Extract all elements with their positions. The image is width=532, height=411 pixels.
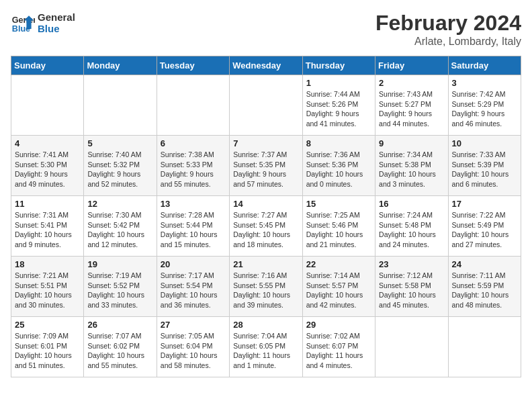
weekday-header-wednesday: Wednesday <box>230 56 302 75</box>
day-info: Sunrise: 7:24 AM Sunset: 5:48 PM Dayligh… <box>379 210 444 250</box>
calendar-cell: 16Sunrise: 7:24 AM Sunset: 5:48 PM Dayli… <box>375 196 448 257</box>
calendar-cell: 17Sunrise: 7:22 AM Sunset: 5:49 PM Dayli… <box>448 196 521 257</box>
header: General Blue General Blue February 2024 … <box>11 11 521 48</box>
day-number: 7 <box>233 138 298 148</box>
day-info: Sunrise: 7:40 AM Sunset: 5:32 PM Dayligh… <box>87 150 152 189</box>
day-info: Sunrise: 7:19 AM Sunset: 5:52 PM Dayligh… <box>87 271 152 310</box>
calendar-cell: 5Sunrise: 7:40 AM Sunset: 5:32 PM Daylig… <box>84 136 157 196</box>
day-info: Sunrise: 7:14 AM Sunset: 5:57 PM Dayligh… <box>306 271 371 310</box>
calendar-cell: 27Sunrise: 7:05 AM Sunset: 6:04 PM Dayli… <box>157 317 229 377</box>
calendar-week-row: 25Sunrise: 7:09 AM Sunset: 6:01 PM Dayli… <box>11 317 521 377</box>
day-number: 2 <box>379 78 444 88</box>
calendar-cell: 26Sunrise: 7:07 AM Sunset: 6:02 PM Dayli… <box>84 317 157 377</box>
calendar-cell: 13Sunrise: 7:28 AM Sunset: 5:44 PM Dayli… <box>157 196 229 257</box>
calendar-cell: 25Sunrise: 7:09 AM Sunset: 6:01 PM Dayli… <box>11 317 84 377</box>
calendar-week-row: 11Sunrise: 7:31 AM Sunset: 5:41 PM Dayli… <box>11 196 521 257</box>
day-info: Sunrise: 7:16 AM Sunset: 5:55 PM Dayligh… <box>233 271 298 310</box>
day-info: Sunrise: 7:21 AM Sunset: 5:51 PM Dayligh… <box>15 271 80 310</box>
day-info: Sunrise: 7:09 AM Sunset: 6:01 PM Dayligh… <box>15 331 80 371</box>
day-number: 17 <box>452 199 517 209</box>
calendar-cell: 6Sunrise: 7:38 AM Sunset: 5:33 PM Daylig… <box>157 136 229 196</box>
weekday-header-tuesday: Tuesday <box>157 56 229 75</box>
weekday-header-friday: Friday <box>375 56 448 75</box>
weekday-header-sunday: Sunday <box>11 56 84 75</box>
day-number: 21 <box>233 259 298 269</box>
calendar-cell: 10Sunrise: 7:33 AM Sunset: 5:39 PM Dayli… <box>448 136 521 196</box>
calendar-table: SundayMondayTuesdayWednesdayThursdayFrid… <box>11 56 521 377</box>
calendar-cell: 24Sunrise: 7:11 AM Sunset: 5:59 PM Dayli… <box>448 257 521 317</box>
calendar-cell: 3Sunrise: 7:42 AM Sunset: 5:29 PM Daylig… <box>448 75 521 136</box>
day-info: Sunrise: 7:11 AM Sunset: 5:59 PM Dayligh… <box>452 271 517 310</box>
day-number: 8 <box>306 138 371 148</box>
day-info: Sunrise: 7:02 AM Sunset: 6:07 PM Dayligh… <box>306 331 371 371</box>
day-info: Sunrise: 7:22 AM Sunset: 5:49 PM Dayligh… <box>452 210 517 250</box>
day-number: 24 <box>452 259 517 269</box>
day-info: Sunrise: 7:38 AM Sunset: 5:33 PM Dayligh… <box>161 150 226 189</box>
day-number: 6 <box>161 138 226 148</box>
weekday-header-monday: Monday <box>84 56 157 75</box>
day-number: 28 <box>233 320 298 330</box>
calendar-cell: 20Sunrise: 7:17 AM Sunset: 5:54 PM Dayli… <box>157 257 229 317</box>
day-info: Sunrise: 7:37 AM Sunset: 5:35 PM Dayligh… <box>233 150 298 189</box>
day-number: 10 <box>452 138 517 148</box>
day-number: 15 <box>306 199 371 209</box>
logo-general: General <box>38 11 75 23</box>
calendar-cell: 29Sunrise: 7:02 AM Sunset: 6:07 PM Dayli… <box>302 317 375 377</box>
calendar-cell: 8Sunrise: 7:36 AM Sunset: 5:36 PM Daylig… <box>302 136 375 196</box>
day-number: 18 <box>15 259 80 269</box>
logo: General Blue General Blue <box>11 11 75 35</box>
calendar-cell <box>11 75 84 136</box>
calendar-cell: 23Sunrise: 7:12 AM Sunset: 5:58 PM Dayli… <box>375 257 448 317</box>
title-block: February 2024 Arlate, Lombardy, Italy <box>375 11 521 48</box>
calendar-cell: 9Sunrise: 7:34 AM Sunset: 5:38 PM Daylig… <box>375 136 448 196</box>
calendar-cell: 12Sunrise: 7:30 AM Sunset: 5:42 PM Dayli… <box>84 196 157 257</box>
day-info: Sunrise: 7:42 AM Sunset: 5:29 PM Dayligh… <box>452 89 517 129</box>
day-info: Sunrise: 7:41 AM Sunset: 5:30 PM Dayligh… <box>15 150 80 189</box>
calendar-cell <box>84 75 157 136</box>
day-info: Sunrise: 7:05 AM Sunset: 6:04 PM Dayligh… <box>161 331 226 371</box>
day-number: 3 <box>452 78 517 88</box>
main-title: February 2024 <box>375 11 521 36</box>
day-number: 20 <box>161 259 226 269</box>
calendar-cell <box>157 75 229 136</box>
day-number: 26 <box>87 320 152 330</box>
day-number: 5 <box>87 138 152 148</box>
day-number: 9 <box>379 138 444 148</box>
day-info: Sunrise: 7:43 AM Sunset: 5:27 PM Dayligh… <box>379 89 444 129</box>
weekday-header-saturday: Saturday <box>448 56 521 75</box>
calendar-cell: 14Sunrise: 7:27 AM Sunset: 5:45 PM Dayli… <box>230 196 302 257</box>
calendar-cell <box>448 317 521 377</box>
day-number: 27 <box>161 320 226 330</box>
calendar-cell: 4Sunrise: 7:41 AM Sunset: 5:30 PM Daylig… <box>11 136 84 196</box>
calendar-cell: 1Sunrise: 7:44 AM Sunset: 5:26 PM Daylig… <box>302 75 375 136</box>
calendar-cell: 19Sunrise: 7:19 AM Sunset: 5:52 PM Dayli… <box>84 257 157 317</box>
day-info: Sunrise: 7:27 AM Sunset: 5:45 PM Dayligh… <box>233 210 298 250</box>
day-info: Sunrise: 7:33 AM Sunset: 5:39 PM Dayligh… <box>452 150 517 189</box>
day-info: Sunrise: 7:12 AM Sunset: 5:58 PM Dayligh… <box>379 271 444 310</box>
calendar-cell: 11Sunrise: 7:31 AM Sunset: 5:41 PM Dayli… <box>11 196 84 257</box>
calendar-week-row: 18Sunrise: 7:21 AM Sunset: 5:51 PM Dayli… <box>11 257 521 317</box>
weekday-header-thursday: Thursday <box>302 56 375 75</box>
day-info: Sunrise: 7:34 AM Sunset: 5:38 PM Dayligh… <box>379 150 444 189</box>
calendar-week-row: 1Sunrise: 7:44 AM Sunset: 5:26 PM Daylig… <box>11 75 521 136</box>
day-info: Sunrise: 7:31 AM Sunset: 5:41 PM Dayligh… <box>15 210 80 250</box>
calendar-cell: 22Sunrise: 7:14 AM Sunset: 5:57 PM Dayli… <box>302 257 375 317</box>
day-number: 12 <box>87 199 152 209</box>
calendar-cell: 7Sunrise: 7:37 AM Sunset: 5:35 PM Daylig… <box>230 136 302 196</box>
day-number: 19 <box>87 259 152 269</box>
day-info: Sunrise: 7:36 AM Sunset: 5:36 PM Dayligh… <box>306 150 371 189</box>
day-info: Sunrise: 7:28 AM Sunset: 5:44 PM Dayligh… <box>161 210 226 250</box>
day-number: 22 <box>306 259 371 269</box>
day-info: Sunrise: 7:17 AM Sunset: 5:54 PM Dayligh… <box>161 271 226 310</box>
day-number: 25 <box>15 320 80 330</box>
calendar-cell: 21Sunrise: 7:16 AM Sunset: 5:55 PM Dayli… <box>230 257 302 317</box>
calendar-cell: 2Sunrise: 7:43 AM Sunset: 5:27 PM Daylig… <box>375 75 448 136</box>
calendar-cell: 15Sunrise: 7:25 AM Sunset: 5:46 PM Dayli… <box>302 196 375 257</box>
day-number: 16 <box>379 199 444 209</box>
day-info: Sunrise: 7:07 AM Sunset: 6:02 PM Dayligh… <box>87 331 152 371</box>
calendar-cell <box>375 317 448 377</box>
day-info: Sunrise: 7:44 AM Sunset: 5:26 PM Dayligh… <box>306 89 371 129</box>
day-info: Sunrise: 7:04 AM Sunset: 6:05 PM Dayligh… <box>233 331 298 371</box>
day-number: 4 <box>15 138 80 148</box>
logo-blue: Blue <box>38 23 75 34</box>
